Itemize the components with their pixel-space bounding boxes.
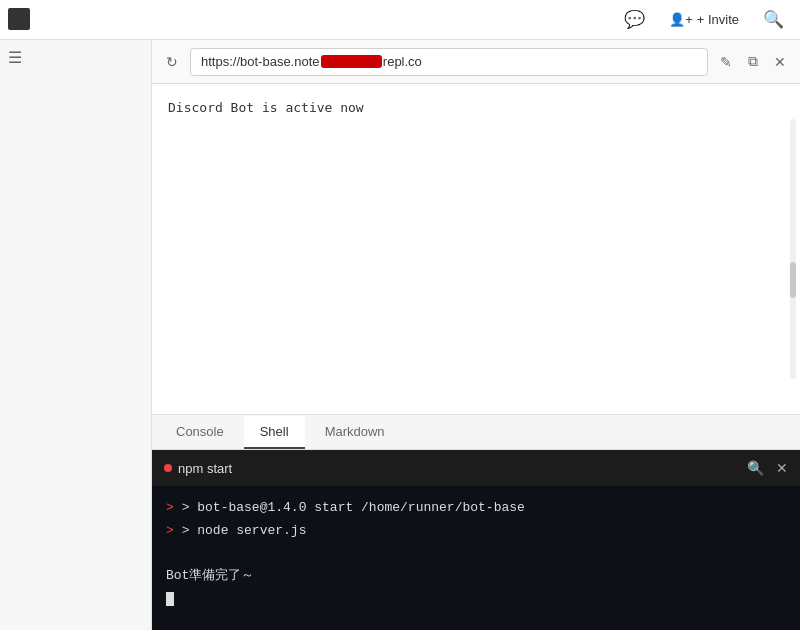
url-redacted	[321, 55, 382, 68]
terminal-search-icon[interactable]: 🔍	[747, 460, 764, 476]
invite-icon: 👤+	[669, 12, 693, 27]
url-prefix: https://bot-base.note	[201, 54, 320, 69]
terminal-status-dot	[164, 464, 172, 472]
top-bar: 💬 👤+ + Invite 🔍	[0, 0, 800, 40]
terminal-line-2: > > node server.js	[166, 521, 786, 542]
invite-button[interactable]: 👤+ + Invite	[661, 8, 747, 31]
address-bar-actions: ✎ ⧉ ✕	[716, 49, 790, 74]
url-suffix: repl.co	[383, 54, 422, 69]
edit-icon[interactable]: ✎	[716, 50, 736, 74]
chat-icon[interactable]: 💬	[624, 9, 645, 30]
prompt-arrow-2: >	[166, 523, 174, 538]
terminal-body: > > bot-base@1.4.0 start /home/runner/bo…	[152, 486, 800, 624]
terminal-title: npm start	[164, 461, 232, 476]
webview: Discord Bot is active now	[152, 84, 800, 414]
tab-markdown[interactable]: Markdown	[309, 416, 401, 449]
tab-shell[interactable]: Shell	[244, 416, 305, 449]
terminal-output-2: > node server.js	[182, 523, 307, 538]
sidebar-panel-icon[interactable]: ☰	[8, 48, 22, 67]
terminal-header: npm start 🔍 ✕	[152, 450, 800, 486]
terminal-cursor-line	[166, 589, 786, 610]
scroll-thumb[interactable]	[790, 262, 796, 298]
terminal-line-3	[166, 544, 786, 565]
address-bar: ↻ https://bot-base.note repl.co ✎ ⧉ ✕	[152, 40, 800, 84]
close-icon[interactable]: ✕	[770, 50, 790, 74]
terminal-line-1: > > bot-base@1.4.0 start /home/runner/bo…	[166, 498, 786, 519]
terminal-close-icon[interactable]: ✕	[776, 460, 788, 476]
app-icon	[8, 8, 30, 30]
refresh-button[interactable]: ↻	[162, 50, 182, 74]
left-sidebar: ☰	[0, 40, 152, 630]
terminal-command: npm start	[178, 461, 232, 476]
url-input[interactable]: https://bot-base.note repl.co	[190, 48, 708, 76]
content-area: ↻ https://bot-base.note repl.co ✎ ⧉ ✕ Di…	[152, 40, 800, 630]
terminal-line-4: Bot準備完了～	[166, 566, 786, 587]
terminal: npm start 🔍 ✕ > > bot-base@1.4.0 start /…	[152, 450, 800, 630]
tabs-bar: Console Shell Markdown	[152, 414, 800, 450]
invite-label: + Invite	[697, 12, 739, 27]
external-link-icon[interactable]: ⧉	[744, 49, 762, 74]
terminal-output-4: Bot準備完了～	[166, 568, 254, 583]
tab-console[interactable]: Console	[160, 416, 240, 449]
terminal-cursor	[166, 592, 174, 606]
webview-content: Discord Bot is active now	[168, 100, 784, 115]
search-icon[interactable]: 🔍	[763, 9, 784, 30]
prompt-arrow-1: >	[166, 500, 174, 515]
terminal-output-1: > bot-base@1.4.0 start /home/runner/bot-…	[182, 500, 525, 515]
terminal-controls: 🔍 ✕	[747, 460, 788, 476]
